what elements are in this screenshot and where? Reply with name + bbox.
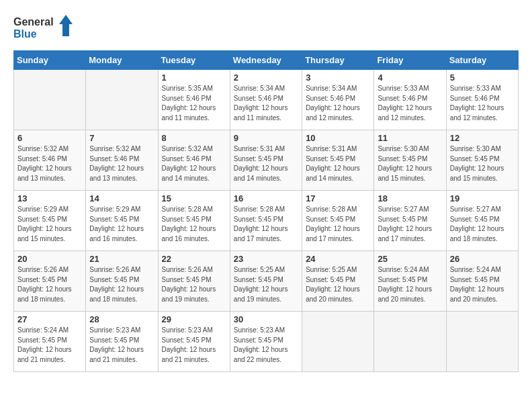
- calendar-cell: [86, 70, 158, 130]
- calendar-cell: 24Sunrise: 5:25 AM Sunset: 5:45 PM Dayli…: [302, 251, 374, 312]
- calendar-cell: 27Sunrise: 5:24 AM Sunset: 5:45 PM Dayli…: [14, 312, 86, 372]
- day-info: Sunrise: 5:32 AM Sunset: 5:46 PM Dayligh…: [89, 144, 154, 183]
- calendar-cell: 3Sunrise: 5:34 AM Sunset: 5:46 PM Daylig…: [302, 70, 374, 130]
- svg-text:General: General: [13, 16, 54, 28]
- calendar-cell: 4Sunrise: 5:33 AM Sunset: 5:46 PM Daylig…: [374, 70, 446, 130]
- day-info: Sunrise: 5:28 AM Sunset: 5:45 PM Dayligh…: [162, 205, 226, 244]
- logo: General Blue: [13, 13, 74, 44]
- calendar-cell: [14, 70, 86, 130]
- day-number: 2: [234, 73, 298, 83]
- calendar-cell: 12Sunrise: 5:30 AM Sunset: 5:45 PM Dayli…: [446, 130, 518, 191]
- calendar-cell: 10Sunrise: 5:31 AM Sunset: 5:45 PM Dayli…: [302, 130, 374, 191]
- day-info: Sunrise: 5:26 AM Sunset: 5:45 PM Dayligh…: [89, 265, 154, 304]
- svg-marker-2: [59, 15, 73, 36]
- calendar-cell: [374, 312, 446, 372]
- day-number: 18: [378, 193, 442, 203]
- day-number: 14: [89, 193, 154, 203]
- svg-text:Blue: Blue: [13, 28, 37, 40]
- day-number: 22: [162, 254, 226, 264]
- day-number: 11: [378, 133, 442, 143]
- calendar-cell: 2Sunrise: 5:34 AM Sunset: 5:46 PM Daylig…: [230, 70, 302, 130]
- calendar-cell: 7Sunrise: 5:32 AM Sunset: 5:46 PM Daylig…: [86, 130, 158, 191]
- calendar-cell: 5Sunrise: 5:33 AM Sunset: 5:46 PM Daylig…: [446, 70, 518, 130]
- day-info: Sunrise: 5:31 AM Sunset: 5:45 PM Dayligh…: [306, 144, 370, 183]
- weekday-header-thursday: Thursday: [302, 51, 374, 70]
- weekday-header-sunday: Sunday: [14, 51, 86, 70]
- day-number: 24: [306, 254, 370, 264]
- calendar-cell: 8Sunrise: 5:32 AM Sunset: 5:46 PM Daylig…: [158, 130, 230, 191]
- day-info: Sunrise: 5:33 AM Sunset: 5:46 PM Dayligh…: [450, 84, 515, 123]
- day-number: 20: [17, 254, 82, 264]
- day-info: Sunrise: 5:23 AM Sunset: 5:45 PM Dayligh…: [89, 326, 154, 365]
- calendar-cell: 9Sunrise: 5:31 AM Sunset: 5:45 PM Daylig…: [230, 130, 302, 191]
- day-number: 4: [378, 73, 442, 83]
- calendar-cell: 26Sunrise: 5:24 AM Sunset: 5:45 PM Dayli…: [446, 251, 518, 312]
- weekday-header-saturday: Saturday: [446, 51, 518, 70]
- weekday-header-wednesday: Wednesday: [230, 51, 302, 70]
- weekday-header-monday: Monday: [86, 51, 158, 70]
- day-number: 21: [89, 254, 154, 264]
- calendar-cell: 19Sunrise: 5:27 AM Sunset: 5:45 PM Dayli…: [446, 191, 518, 251]
- header: General Blue: [13, 13, 519, 44]
- calendar-cell: [446, 312, 518, 372]
- calendar-week-row: 27Sunrise: 5:24 AM Sunset: 5:45 PM Dayli…: [14, 312, 519, 372]
- day-info: Sunrise: 5:29 AM Sunset: 5:45 PM Dayligh…: [89, 205, 154, 244]
- day-info: Sunrise: 5:33 AM Sunset: 5:46 PM Dayligh…: [378, 84, 442, 123]
- day-info: Sunrise: 5:30 AM Sunset: 5:45 PM Dayligh…: [450, 144, 515, 183]
- calendar-week-row: 20Sunrise: 5:26 AM Sunset: 5:45 PM Dayli…: [14, 251, 519, 312]
- calendar-cell: 25Sunrise: 5:24 AM Sunset: 5:45 PM Dayli…: [374, 251, 446, 312]
- generalblue-logo-icon: General Blue: [13, 13, 74, 44]
- day-number: 5: [450, 73, 515, 83]
- day-info: Sunrise: 5:32 AM Sunset: 5:46 PM Dayligh…: [162, 144, 226, 183]
- calendar-cell: 13Sunrise: 5:29 AM Sunset: 5:45 PM Dayli…: [14, 191, 86, 251]
- day-number: 27: [17, 314, 82, 324]
- day-info: Sunrise: 5:31 AM Sunset: 5:45 PM Dayligh…: [234, 144, 298, 183]
- calendar-cell: 21Sunrise: 5:26 AM Sunset: 5:45 PM Dayli…: [86, 251, 158, 312]
- day-number: 16: [234, 193, 298, 203]
- calendar-week-row: 13Sunrise: 5:29 AM Sunset: 5:45 PM Dayli…: [14, 191, 519, 251]
- day-info: Sunrise: 5:29 AM Sunset: 5:45 PM Dayligh…: [17, 205, 82, 244]
- calendar-week-row: 6Sunrise: 5:32 AM Sunset: 5:46 PM Daylig…: [14, 130, 519, 191]
- calendar-cell: 28Sunrise: 5:23 AM Sunset: 5:45 PM Dayli…: [86, 312, 158, 372]
- day-info: Sunrise: 5:28 AM Sunset: 5:45 PM Dayligh…: [306, 205, 370, 244]
- day-number: 23: [234, 254, 298, 264]
- calendar-cell: 23Sunrise: 5:25 AM Sunset: 5:45 PM Dayli…: [230, 251, 302, 312]
- day-number: 10: [306, 133, 370, 143]
- day-number: 25: [378, 254, 442, 264]
- calendar-cell: 15Sunrise: 5:28 AM Sunset: 5:45 PM Dayli…: [158, 191, 230, 251]
- day-info: Sunrise: 5:24 AM Sunset: 5:45 PM Dayligh…: [17, 326, 82, 365]
- day-number: 13: [17, 193, 82, 203]
- day-number: 19: [450, 193, 515, 203]
- calendar-cell: 29Sunrise: 5:23 AM Sunset: 5:45 PM Dayli…: [158, 312, 230, 372]
- calendar-cell: 14Sunrise: 5:29 AM Sunset: 5:45 PM Dayli…: [86, 191, 158, 251]
- day-number: 1: [162, 73, 226, 83]
- calendar-table: SundayMondayTuesdayWednesdayThursdayFrid…: [13, 50, 519, 372]
- calendar-cell: 22Sunrise: 5:26 AM Sunset: 5:45 PM Dayli…: [158, 251, 230, 312]
- calendar-cell: 17Sunrise: 5:28 AM Sunset: 5:45 PM Dayli…: [302, 191, 374, 251]
- day-info: Sunrise: 5:35 AM Sunset: 5:46 PM Dayligh…: [162, 84, 226, 123]
- calendar-week-row: 1Sunrise: 5:35 AM Sunset: 5:46 PM Daylig…: [14, 70, 519, 130]
- calendar-cell: 20Sunrise: 5:26 AM Sunset: 5:45 PM Dayli…: [14, 251, 86, 312]
- weekday-header-row: SundayMondayTuesdayWednesdayThursdayFrid…: [14, 51, 519, 70]
- day-number: 9: [234, 133, 298, 143]
- day-info: Sunrise: 5:28 AM Sunset: 5:45 PM Dayligh…: [234, 205, 298, 244]
- day-number: 30: [234, 314, 298, 324]
- weekday-header-tuesday: Tuesday: [158, 51, 230, 70]
- day-number: 26: [450, 254, 515, 264]
- day-info: Sunrise: 5:24 AM Sunset: 5:45 PM Dayligh…: [378, 265, 442, 304]
- calendar-cell: 1Sunrise: 5:35 AM Sunset: 5:46 PM Daylig…: [158, 70, 230, 130]
- calendar-cell: [302, 312, 374, 372]
- day-info: Sunrise: 5:25 AM Sunset: 5:45 PM Dayligh…: [306, 265, 370, 304]
- calendar-cell: 11Sunrise: 5:30 AM Sunset: 5:45 PM Dayli…: [374, 130, 446, 191]
- day-number: 15: [162, 193, 226, 203]
- day-info: Sunrise: 5:30 AM Sunset: 5:45 PM Dayligh…: [378, 144, 442, 183]
- day-number: 7: [89, 133, 154, 143]
- day-number: 6: [17, 133, 82, 143]
- day-info: Sunrise: 5:24 AM Sunset: 5:45 PM Dayligh…: [450, 265, 515, 304]
- day-info: Sunrise: 5:27 AM Sunset: 5:45 PM Dayligh…: [450, 205, 515, 244]
- day-info: Sunrise: 5:34 AM Sunset: 5:46 PM Dayligh…: [234, 84, 298, 123]
- day-info: Sunrise: 5:26 AM Sunset: 5:45 PM Dayligh…: [17, 265, 82, 304]
- day-number: 28: [89, 314, 154, 324]
- day-number: 29: [162, 314, 226, 324]
- day-number: 8: [162, 133, 226, 143]
